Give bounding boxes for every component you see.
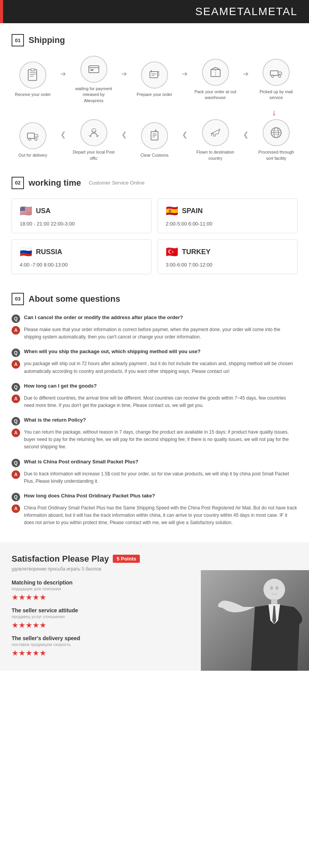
- step-payment-icon: [80, 56, 107, 83]
- arrow-left3: ❮: [182, 130, 188, 139]
- a-badge-3: A: [12, 395, 20, 403]
- faq-section-title: 03 About some questions: [12, 293, 297, 305]
- svg-point-20: [35, 138, 37, 140]
- header: SEAMETALMETAL: [0, 0, 309, 23]
- country-spain: SPAIN: [182, 207, 203, 215]
- time-card-russia-title: 🇷🇺 RUSSIA: [20, 246, 143, 258]
- faq-a-text-1: Please make sure that your order informa…: [24, 326, 297, 341]
- arrow-left1: ❮: [60, 130, 66, 139]
- svg-rect-8: [150, 72, 158, 78]
- step-receive: Receive your order: [12, 62, 54, 97]
- faq-q-text-6: How long does China Post Oridinary Packe…: [24, 493, 155, 499]
- faq-item-1: Q Can I cancel the order or modify the a…: [12, 314, 297, 341]
- satisfaction-section: Satisfaction Please Play 5 Points удовле…: [0, 542, 309, 671]
- country-turkey: TURKEY: [182, 248, 211, 256]
- svg-rect-0: [28, 70, 37, 80]
- faq-item-2: Q When will you ship the package out, wh…: [12, 349, 297, 375]
- a-badge-2: A: [12, 360, 20, 369]
- satisfaction-title: Satisfaction Please Play 5 Points: [12, 554, 297, 564]
- step-depart-label: Depart your local Post offic: [73, 149, 115, 161]
- working-time-title: 02 working time Customer Service Online: [12, 177, 297, 189]
- flag-turkey: 🇹🇷: [166, 246, 178, 258]
- time-card-spain: 🇪🇸 SPAIN 2:00-5:00 6:00-11:00: [158, 198, 297, 233]
- step-flown-icon: [202, 119, 229, 146]
- step-pickup-label: Picked up by mail service: [255, 89, 297, 101]
- arrow-down: ↓: [272, 108, 276, 117]
- shipping-section-title: 01 Shipping: [12, 34, 297, 46]
- satisfaction-badge: 5 Points: [113, 555, 140, 563]
- shipping-section: 01 Shipping Receive your order ➔: [0, 23, 309, 173]
- arrow-left2: ❮: [121, 130, 127, 139]
- svg-rect-25: [151, 132, 158, 140]
- a-badge-4: A: [12, 429, 20, 437]
- time-card-usa-title: 🇺🇸 USA: [20, 205, 143, 217]
- logo: SEAMETALMETAL: [195, 5, 297, 18]
- faq-item-3: Q How long can I get the goods? A Due to…: [12, 383, 297, 409]
- faq-q-4: Q What is the return Policy?: [12, 417, 297, 425]
- svg-rect-7: [90, 69, 93, 71]
- step-out-delivery: Out for delivery: [12, 122, 54, 158]
- faq-heading: About some questions: [29, 294, 120, 304]
- faq-a-1: A Please make sure that your order infor…: [12, 326, 297, 341]
- svg-rect-4: [31, 69, 35, 71]
- step-payment: waiting for payment released by Aliexpre…: [73, 56, 115, 104]
- svg-rect-18: [27, 133, 34, 138]
- step-out-delivery-icon: [19, 122, 46, 149]
- time-turkey: 3:00-6:00 7:00-12:00: [166, 262, 289, 268]
- faq-a-5: A Due to track information will increase…: [12, 470, 297, 485]
- a-badge-5: A: [12, 470, 20, 479]
- q-badge-4: Q: [12, 417, 20, 425]
- q-badge-6: Q: [12, 493, 20, 501]
- working-time-sub: Customer Service Online: [89, 180, 145, 186]
- step-flown: Flown to destination country: [194, 119, 237, 161]
- step-out-delivery-label: Out for delivery: [19, 152, 48, 158]
- faq-q-text-5: What is China Post ordinary Small Packet…: [24, 459, 138, 465]
- time-russia: 4:00 -7:00 8:00-13:00: [20, 262, 143, 268]
- step-sort-icon: [263, 119, 290, 146]
- faq-a-text-5: Due to track information will increase 1…: [24, 470, 297, 485]
- faq-item-6: Q How long does China Post Oridinary Pac…: [12, 493, 297, 527]
- step-pack-icon: [202, 59, 229, 86]
- step-pickup: Picked up by mail service: [255, 59, 297, 101]
- step-depart-icon: [80, 119, 107, 146]
- step-prepare-label: Prepare your order: [137, 92, 172, 97]
- step-receive-label: Receive your order: [15, 92, 51, 97]
- faq-a-text-2: you package will ship out in 72 hours af…: [24, 360, 297, 375]
- step-payment-label: waiting for payment released by Aliexpre…: [73, 86, 115, 104]
- working-time-num: 02: [12, 177, 24, 189]
- step-prepare: Prepare your order: [133, 62, 176, 97]
- country-russia: RUSSIA: [36, 248, 62, 256]
- faq-q-text-4: What is the return Policy?: [24, 417, 86, 423]
- time-grid: 🇺🇸 USA 18:00 - 21:00 22:00-3:00 🇪🇸 SPAIN…: [12, 198, 297, 274]
- step-pack: Pack your order at out warehouse: [194, 59, 237, 101]
- step-flown-label: Flown to destination country: [194, 149, 237, 161]
- arrow1: ➔: [60, 70, 66, 78]
- step-sort: Processed through sort facility: [255, 119, 297, 161]
- q-badge-3: Q: [12, 383, 20, 391]
- step-depart: Depart your local Post offic: [73, 119, 115, 161]
- time-spain: 2:00-5:00 6:00-11:00: [166, 221, 289, 227]
- shipping-row2: Out for delivery ❮ Depart your local Pos…: [12, 119, 297, 161]
- faq-q-2: Q When will you ship the package out, wh…: [12, 349, 297, 357]
- time-card-usa: 🇺🇸 USA 18:00 - 21:00 22:00-3:00: [12, 198, 151, 233]
- logo-metal-text: METAL: [258, 5, 297, 17]
- time-card-russia: 🇷🇺 RUSSIA 4:00 -7:00 8:00-13:00: [12, 239, 151, 274]
- shipping-title: Shipping: [29, 35, 65, 45]
- time-usa: 18:00 - 21:00 22:00-3:00: [20, 221, 143, 227]
- shipping-section-num: 01: [12, 34, 24, 46]
- step-prepare-icon: [141, 62, 168, 89]
- arrow2: ➔: [121, 70, 127, 78]
- faq-a-6: A China Post Oridinary Small Packet Plus…: [12, 504, 297, 527]
- time-card-turkey-title: 🇹🇷 TURKEY: [166, 246, 289, 258]
- faq-a-4: A You can return the package, without re…: [12, 429, 297, 451]
- step-customs-label: Clear Customs: [141, 152, 169, 158]
- satisfaction-title-text: Satisfaction Please Play: [12, 554, 109, 564]
- time-card-spain-title: 🇪🇸 SPAIN: [166, 205, 289, 217]
- q-badge-2: Q: [12, 349, 20, 357]
- q-badge-5: Q: [12, 459, 20, 467]
- arrow3: ➔: [182, 70, 188, 78]
- step-customs-icon: [141, 122, 168, 149]
- faq-q-6: Q How long does China Post Oridinary Pac…: [12, 493, 297, 501]
- time-card-turkey: 🇹🇷 TURKEY 3:00-6:00 7:00-12:00: [158, 239, 297, 274]
- faq-q-text-3: How long can I get the goods?: [24, 383, 97, 389]
